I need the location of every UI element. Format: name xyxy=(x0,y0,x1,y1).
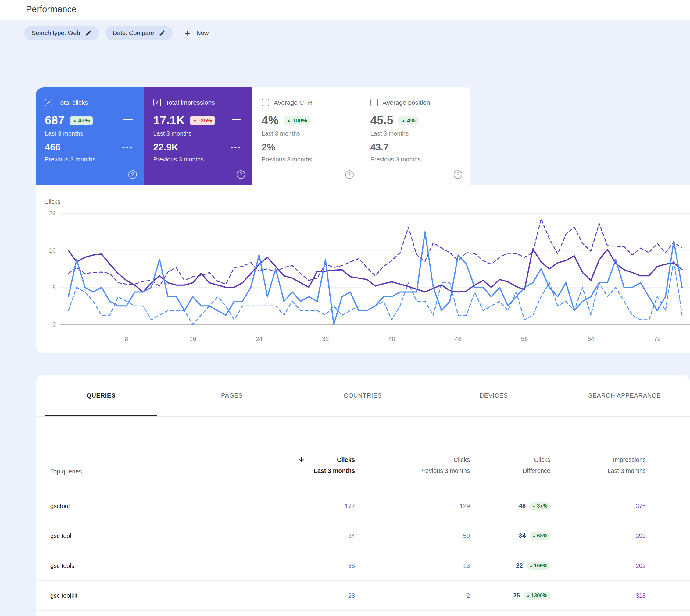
search-type-chip[interactable]: Search type: Web xyxy=(24,26,99,40)
delta-badge: ▲4% xyxy=(398,116,418,125)
top-bar: Performance xyxy=(0,0,690,20)
clicks-impressions-chart: 241680Clicks81624324048566472 xyxy=(36,185,690,353)
tab-devices[interactable]: DEVICES xyxy=(428,375,559,416)
clicks-last-cell: 84 xyxy=(348,532,355,539)
dashed-line-icon xyxy=(122,147,133,148)
period-label: Previous 3 months xyxy=(262,156,352,163)
query-table-row[interactable]: gsctool17712948▲37%375 xyxy=(36,491,690,521)
delta-arrow-icon: ▲ xyxy=(529,564,533,568)
query-cell[interactable]: gsc tools xyxy=(50,562,75,569)
impressions-last-cell: 202 xyxy=(636,562,646,569)
checkbox-unchecked-icon[interactable] xyxy=(262,99,269,106)
metric-label: Average CTR xyxy=(274,99,313,106)
query-cell[interactable]: gsc toolkit xyxy=(50,592,78,599)
difference-value: 48 xyxy=(519,502,526,509)
difference-value: 26 xyxy=(513,592,520,599)
tab-queries[interactable]: QUERIES xyxy=(36,375,166,416)
tab-countries[interactable]: COUNTRIES xyxy=(297,375,428,416)
clicks-difference-cell: 26▲1300% xyxy=(513,592,550,599)
total-impressions-card[interactable]: ✓ Total impressions 17.1K ▼-25% Last 3 m… xyxy=(144,87,253,185)
clicks-last-cell: 28 xyxy=(348,592,355,599)
table-body: gsctool17712948▲37%375gsc tool845034▲68%… xyxy=(36,491,690,611)
help-icon[interactable]: ? xyxy=(345,170,354,179)
clicks-previous-cell: 50 xyxy=(463,532,470,539)
difference-badge: ▲169% xyxy=(527,562,550,570)
delta-badge: ▼-25% xyxy=(190,116,215,125)
svg-text:24: 24 xyxy=(49,210,56,217)
solid-line-icon xyxy=(124,119,133,120)
delta-arrow-icon: ▲ xyxy=(532,504,536,508)
metric-previous-value: 22.9K xyxy=(153,142,244,153)
svg-text:56: 56 xyxy=(521,335,528,342)
impressions-last-cell: 393 xyxy=(636,532,646,539)
metric-label: Average position xyxy=(383,99,430,106)
solid-line-icon xyxy=(232,119,241,120)
delta-arrow-icon: ▲ xyxy=(401,118,405,123)
clicks-difference-cell: 22▲169% xyxy=(516,562,550,570)
column-header-clicks-last[interactable]: ClicksLast 3 months xyxy=(298,456,355,474)
sort-descending-icon[interactable] xyxy=(298,456,305,464)
metric-value: 45.5 xyxy=(371,114,394,127)
date-chip-label: Date: Compare xyxy=(113,29,154,37)
column-header-clicks-difference[interactable]: ClicksDifference xyxy=(523,456,550,474)
period-label: Last 3 months xyxy=(153,130,244,137)
delta-badge: ▲100% xyxy=(284,116,310,125)
delta-arrow-icon: ▲ xyxy=(526,594,530,597)
clicks-previous-cell: 13 xyxy=(463,562,470,569)
page-title: Performance xyxy=(26,4,77,14)
date-compare-chip[interactable]: Date: Compare xyxy=(105,26,173,40)
period-label: Last 3 months xyxy=(45,130,135,137)
query-cell[interactable]: gsctool xyxy=(50,502,69,509)
plus-icon xyxy=(184,29,191,37)
svg-text:48: 48 xyxy=(455,335,461,342)
metric-previous-value: 466 xyxy=(45,142,135,153)
metric-cards: ✓ Total clicks 687 ▲47% Last 3 months 46… xyxy=(36,87,469,185)
checkbox-unchecked-icon[interactable] xyxy=(371,99,378,106)
svg-text:24: 24 xyxy=(256,335,263,342)
help-icon[interactable]: ? xyxy=(454,170,462,179)
column-header-clicks-previous[interactable]: ClicksPrevious 3 months xyxy=(419,456,470,474)
edit-pencil-icon[interactable] xyxy=(85,30,91,36)
difference-value: 34 xyxy=(519,532,526,539)
search-type-chip-label: Search type: Web xyxy=(32,29,80,37)
svg-text:8: 8 xyxy=(125,335,128,342)
average-position-card[interactable]: Average position 45.5 ▲4% Last 3 months … xyxy=(361,87,470,185)
column-header-impressions-last[interactable]: ImpressionsLast 3 months xyxy=(607,456,646,474)
svg-text:72: 72 xyxy=(654,335,661,342)
total-clicks-card[interactable]: ✓ Total clicks 687 ▲47% Last 3 months 46… xyxy=(36,87,144,185)
help-icon[interactable]: ? xyxy=(237,170,245,179)
queries-table-card: QUERIES PAGES COUNTRIES DEVICES SEARCH A… xyxy=(36,375,690,616)
period-label: Previous 3 months xyxy=(45,156,135,163)
tab-search-appearance[interactable]: SEARCH APPEARANCE xyxy=(559,375,690,416)
delta-badge: ▲47% xyxy=(69,116,93,125)
metric-previous-value: 43.7 xyxy=(371,142,461,153)
svg-text:Clicks: Clicks xyxy=(44,198,60,205)
query-cell[interactable]: gsc tool xyxy=(50,532,71,539)
query-table-row[interactable]: gsc tool845034▲68%393 xyxy=(36,521,690,551)
metric-label: Total clicks xyxy=(57,99,88,106)
average-ctr-card[interactable]: Average CTR 4% ▲100% Last 3 months 2% Pr… xyxy=(252,87,361,185)
new-filter-button[interactable]: New xyxy=(179,26,213,40)
impressions-last-cell: 318 xyxy=(636,592,646,599)
difference-badge: ▲1300% xyxy=(524,592,550,599)
delta-arrow-icon: ▼ xyxy=(193,118,197,123)
tab-pages[interactable]: PAGES xyxy=(166,375,297,416)
impressions-last-cell: 375 xyxy=(636,502,646,509)
clicks-previous-cell: 2 xyxy=(466,592,470,599)
period-label: Previous 3 months xyxy=(371,156,461,163)
checkbox-checked-icon[interactable]: ✓ xyxy=(45,99,53,106)
edit-pencil-icon[interactable] xyxy=(159,30,165,36)
filter-chip-row: Search type: Web Date: Compare New xyxy=(24,26,213,40)
active-tab-underline xyxy=(45,415,157,416)
svg-text:0: 0 xyxy=(53,321,56,328)
top-queries-label: Top queries xyxy=(50,468,82,475)
query-table-row[interactable]: gsc tools351322▲169%202 xyxy=(36,551,690,581)
difference-value: 22 xyxy=(516,562,523,569)
svg-text:32: 32 xyxy=(322,335,329,342)
help-icon[interactable]: ? xyxy=(128,170,137,179)
svg-text:16: 16 xyxy=(189,335,196,342)
checkbox-checked-icon[interactable]: ✓ xyxy=(153,99,161,106)
query-table-row[interactable]: gsc toolkit28226▲1300%318 xyxy=(36,581,690,611)
clicks-difference-cell: 48▲37% xyxy=(519,502,550,510)
svg-text:64: 64 xyxy=(588,335,594,342)
